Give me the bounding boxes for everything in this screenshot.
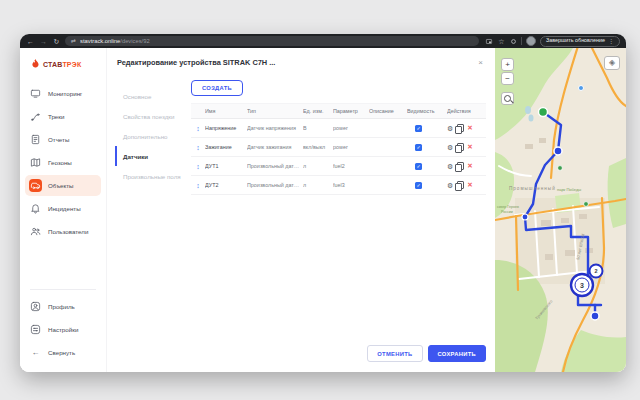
settings-icon xyxy=(29,323,42,336)
check-icon: ✓ xyxy=(416,145,420,150)
tab-main[interactable]: Основное xyxy=(115,86,185,106)
menu-dots-icon[interactable]: ⋮ xyxy=(608,38,614,44)
collapse-arrow-icon: ← xyxy=(29,346,42,359)
sidebar-item-label: Профиль xyxy=(48,303,75,310)
row-actions: ⚙ ✕ xyxy=(447,181,486,189)
drag-handle-icon[interactable]: ↕ xyxy=(191,125,205,132)
drag-handle-icon[interactable]: ↕ xyxy=(191,144,205,151)
tab-trip-properties[interactable]: Свойства поездки xyxy=(115,106,185,126)
sidebar-item-reports[interactable]: Отчеты xyxy=(25,129,101,150)
forward-icon[interactable]: → xyxy=(39,38,48,45)
visibility-checkbox[interactable]: ✓ xyxy=(415,125,422,132)
sidebar-item-settings[interactable]: Настройки xyxy=(25,319,101,340)
copy-icon[interactable] xyxy=(457,162,464,170)
logo-drop-icon xyxy=(30,58,40,70)
row-actions: ⚙ ✕ xyxy=(447,124,486,132)
delete-icon[interactable]: ✕ xyxy=(467,163,472,170)
map-label-district: Промышленный xyxy=(509,185,556,191)
toolbar-right: ☆ Завершить обновление ⋮ xyxy=(485,36,620,47)
reload-icon[interactable]: ↻ xyxy=(52,38,61,45)
map-search-button[interactable] xyxy=(501,92,514,105)
delete-icon[interactable]: ✕ xyxy=(467,182,472,189)
sensor-type: Произвольный датчик xyxy=(247,163,303,169)
sidebar-item-objects[interactable]: Объекты xyxy=(25,175,101,196)
edit-device-dialog: Редактирование устройства SITRAK C7H ...… xyxy=(106,48,495,372)
gear-icon[interactable]: ⚙ xyxy=(447,182,453,189)
app-logo[interactable]: СТАВТРЭК xyxy=(20,56,106,82)
finish-update-button[interactable]: Завершить обновление ⋮ xyxy=(540,36,620,47)
svg-text:2: 2 xyxy=(594,268,597,274)
delete-icon[interactable]: ✕ xyxy=(467,144,472,151)
gear-icon[interactable]: ⚙ xyxy=(447,125,453,132)
tab-sensors[interactable]: Датчики xyxy=(115,146,185,166)
logo-part2: ТРЭК xyxy=(62,61,81,68)
sidebar-item-geozones[interactable]: Геозоны xyxy=(25,152,101,173)
profile-avatar[interactable] xyxy=(526,36,536,46)
visibility-checkbox[interactable]: ✓ xyxy=(415,163,422,170)
map-canvas[interactable]: 2 3 Промышленный парк Победы 50 лет ВЛКС… xyxy=(495,48,626,372)
sidebar-item-label: Свернуть xyxy=(48,349,75,356)
users-icon xyxy=(29,225,42,238)
sensor-unit: л xyxy=(303,182,333,188)
drag-handle-icon[interactable]: ↕ xyxy=(191,163,205,170)
sensor-type: Произвольный датчик xyxy=(247,182,303,188)
address-bar[interactable]: ⇄ stavtrack.online/devices/92 xyxy=(65,36,479,46)
copy-icon[interactable] xyxy=(457,143,464,151)
check-icon: ✓ xyxy=(416,183,420,188)
sidebar-item-monitoring[interactable]: Мониторинг xyxy=(25,83,101,104)
copy-icon[interactable] xyxy=(457,124,464,132)
drag-handle-icon[interactable]: ↕ xyxy=(191,182,205,189)
cluster-marker-big[interactable]: 3 xyxy=(571,274,593,296)
map-zoom-out-button[interactable]: − xyxy=(501,72,514,85)
visibility-checkbox[interactable]: ✓ xyxy=(415,182,422,189)
extensions-icon[interactable] xyxy=(510,38,517,45)
incidents-bell-icon xyxy=(29,202,42,215)
poi-icon xyxy=(584,202,589,207)
sidebar-item-incidents[interactable]: Инциденты xyxy=(25,198,101,219)
sensor-type: Датчик зажигания xyxy=(247,144,303,150)
save-button[interactable]: СОХРАНИТЬ xyxy=(428,345,487,362)
logo-text: СТАВТРЭК xyxy=(43,61,81,68)
site-info-icon[interactable]: ⇄ xyxy=(71,38,76,44)
cancel-button[interactable]: ОТМЕНИТЬ xyxy=(367,345,422,362)
browser-titlebar: ← → ↻ ⇄ stavtrack.online/devices/92 ☆ За… xyxy=(20,34,626,48)
close-icon[interactable]: × xyxy=(475,58,486,68)
url-path: /devices/92 xyxy=(120,38,149,44)
tab-custom-fields[interactable]: Произвольные поля xyxy=(115,166,185,186)
col-desc: Описание xyxy=(369,108,407,114)
gear-icon[interactable]: ⚙ xyxy=(447,144,453,151)
table-header-row: Имя Тип Ед. изм. Параметр Описание Видим… xyxy=(191,103,486,119)
copy-icon[interactable] xyxy=(457,181,464,189)
map-label-square: России xyxy=(501,210,513,214)
sidebar-item-collapse[interactable]: ← Свернуть xyxy=(25,342,101,363)
sensor-param: power xyxy=(333,144,369,150)
sidebar-item-users[interactable]: Пользователи xyxy=(25,221,101,242)
col-name: Имя xyxy=(205,108,247,114)
sidebar-item-profile[interactable]: Профиль xyxy=(25,296,101,317)
gear-icon[interactable]: ⚙ xyxy=(447,163,453,170)
cluster-marker-small[interactable]: 2 xyxy=(590,265,603,278)
search-icon xyxy=(504,95,511,102)
col-visibility: Видимость xyxy=(407,108,447,114)
tracks-icon xyxy=(29,110,42,123)
browser-window: ← → ↻ ⇄ stavtrack.online/devices/92 ☆ За… xyxy=(20,34,626,372)
delete-icon[interactable]: ✕ xyxy=(467,125,472,132)
finish-update-label: Завершить обновление xyxy=(546,38,605,43)
sensor-unit: В xyxy=(303,125,333,131)
sensor-param: power xyxy=(333,125,369,131)
map-layers-button[interactable]: ◈ xyxy=(604,56,620,70)
map-panel[interactable]: 2 3 Промышленный парк Победы 50 лет ВЛКС… xyxy=(495,48,626,372)
tab-additional[interactable]: Дополнительно xyxy=(115,126,185,146)
sidebar-divider xyxy=(30,289,96,290)
back-icon[interactable]: ← xyxy=(26,38,35,45)
sensor-param: fuel3 xyxy=(333,182,369,188)
toolbar-divider xyxy=(521,37,522,45)
sidebar-item-tracks[interactable]: Треки xyxy=(25,106,101,127)
pip-icon[interactable] xyxy=(485,38,493,45)
bookmark-star-icon[interactable]: ☆ xyxy=(497,38,506,45)
sidebar-item-label: Геозоны xyxy=(48,159,72,166)
map-zoom-in-button[interactable]: + xyxy=(501,58,514,71)
visibility-checkbox[interactable]: ✓ xyxy=(415,144,422,151)
create-button[interactable]: СОЗДАТЬ xyxy=(191,80,243,96)
sensor-unit: л xyxy=(303,163,333,169)
